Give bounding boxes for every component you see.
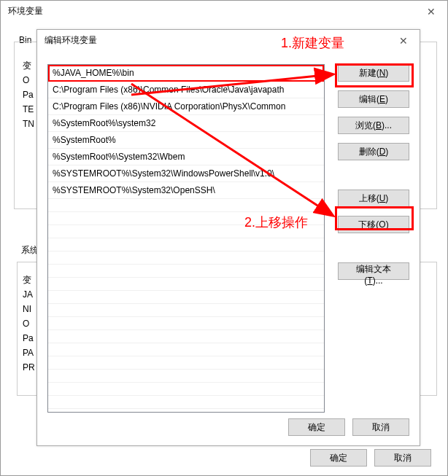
parent-bottom-buttons: 确定 取消 [310,449,431,467]
hint-row: JA [23,287,35,302]
new-button[interactable]: 新建(N) [338,64,409,82]
list-item[interactable]: %SystemRoot%\System32\Wbem [48,149,324,165]
edit-env-var-dialog: 编辑环境变量 ✕ %JAVA_HOME%\bin C:\Program File… [36,29,420,446]
list-item[interactable]: %SystemRoot% [48,132,324,149]
list-item[interactable]: C:\Program Files (x86)\Common Files\Orac… [48,82,324,98]
system-vars-hint: 变 JA NI O Pa PA PR [23,273,35,375]
hint-row: O [23,316,35,331]
child-body: %JAVA_HOME%\bin C:\Program Files (x86)\C… [37,51,420,445]
list-item[interactable]: %SystemRoot%\system32 [48,115,324,132]
path-listbox[interactable]: %JAVA_HOME%\bin C:\Program Files (x86)\C… [47,64,325,413]
child-ok-button[interactable]: 确定 [288,418,345,436]
child-bottom-buttons: 确定 取消 [288,418,409,436]
user-vars-hint: 变 O Pa TE TN [23,58,34,131]
list-item[interactable]: C:\Program Files (x86)\NVIDIA Corporatio… [48,98,324,115]
move-down-button[interactable]: 下移(O) [338,216,409,233]
parent-cancel-button[interactable]: 取消 [374,449,431,467]
list-item[interactable]: %SYSTEMROOT%\System32\OpenSSH\ [48,182,324,199]
list-item[interactable]: %JAVA_HOME%\bin [48,65,324,82]
hint-row: PR [23,360,35,375]
parent-titlebar: 环境变量 ✕ [1,1,447,22]
close-icon[interactable]: ✕ [422,6,440,17]
hint-row: TE [23,102,34,117]
delete-button[interactable]: 删除(D) [338,143,409,160]
hint-row: PA [23,346,35,360]
close-icon[interactable]: ✕ [395,35,412,47]
hint-row: Pa [23,87,34,102]
hint-row: Pa [23,331,35,346]
hint-row: 变 [23,273,35,287]
child-title: 编辑环境变量 [45,34,97,47]
edit-button[interactable]: 编辑(E) [338,90,409,108]
parent-title: 环境变量 [8,5,43,17]
edit-text-button[interactable]: 编辑文本(T)... [338,262,409,280]
hint-row: O [23,73,34,87]
browse-button[interactable]: 浏览(B)... [338,117,409,134]
child-cancel-button[interactable]: 取消 [352,418,409,436]
list-item[interactable]: %SYSTEMROOT%\System32\WindowsPowerShell\… [48,165,324,182]
parent-ok-button[interactable]: 确定 [310,449,367,467]
hint-row: NI [23,302,35,316]
child-titlebar: 编辑环境变量 ✕ [37,30,420,51]
move-up-button[interactable]: 上移(U) [338,190,409,207]
side-buttons: 新建(N) 编辑(E) 浏览(B)... 删除(D) 上移(U) 下移(O) 编… [338,64,409,289]
hint-row: TN [23,117,34,131]
hint-row: 变 [23,58,34,73]
